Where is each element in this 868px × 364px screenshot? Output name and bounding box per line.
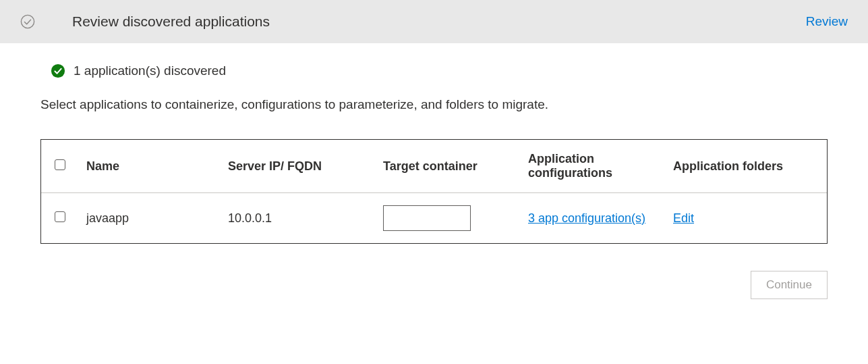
select-all-checkbox[interactable]: [55, 159, 65, 170]
discovery-status: 1 application(s) discovered: [51, 63, 828, 78]
review-link[interactable]: Review: [806, 14, 848, 29]
target-container-input[interactable]: [383, 205, 471, 231]
app-folders-edit-link[interactable]: Edit: [673, 211, 694, 225]
cell-server: 10.0.0.1: [220, 193, 375, 244]
col-header-server: Server IP/ FQDN: [220, 140, 375, 193]
success-icon: [51, 63, 65, 78]
svg-point-1: [51, 64, 65, 78]
footer: Continue: [40, 271, 828, 299]
applications-table: Name Server IP/ FQDN Target container Ap…: [40, 139, 828, 244]
app-configurations-link[interactable]: 3 app configuration(s): [528, 210, 645, 226]
col-header-name: Name: [78, 140, 220, 193]
description-text: Select applications to containerize, con…: [40, 97, 828, 112]
col-header-folders: Application folders: [665, 140, 827, 193]
step-title: Review discovered applications: [72, 14, 806, 30]
svg-point-0: [21, 15, 34, 28]
content-area: 1 application(s) discovered Select appli…: [0, 43, 868, 319]
step-header: Review discovered applications Review: [0, 0, 868, 43]
cell-name: javaapp: [78, 193, 220, 244]
col-header-config: Application configurations: [520, 140, 665, 193]
discovery-status-text: 1 application(s) discovered: [74, 63, 226, 78]
row-checkbox[interactable]: [55, 211, 65, 222]
continue-button[interactable]: Continue: [751, 271, 828, 299]
table-row: javaapp 10.0.0.1 3 app configuration(s) …: [41, 193, 827, 244]
table-header-row: Name Server IP/ FQDN Target container Ap…: [41, 140, 827, 193]
col-header-target: Target container: [375, 140, 520, 193]
step-complete-icon: [20, 14, 35, 29]
